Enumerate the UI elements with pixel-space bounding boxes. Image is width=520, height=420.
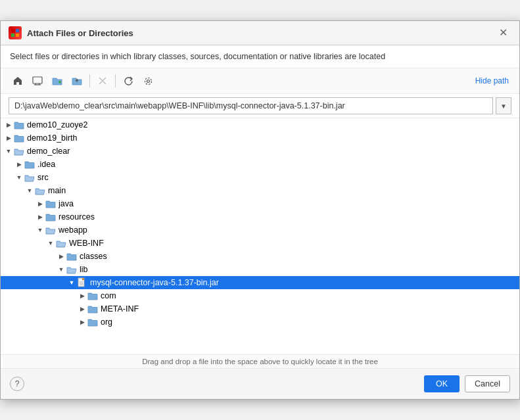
folder-icon	[45, 212, 56, 222]
tree-item-label: classes	[80, 252, 107, 261]
dialog-description: Select files or directories in which lib…	[1, 45, 519, 68]
desktop-button[interactable]	[28, 72, 47, 89]
tree-item-label: .idea	[37, 160, 55, 169]
tree-item-label: demo10_zuoye2	[27, 120, 87, 129]
folder-icon	[14, 147, 24, 156]
svg-point-12	[147, 80, 149, 82]
footer: ? OK Cancel	[1, 369, 519, 399]
expand-icon[interactable]: ▶	[56, 251, 66, 262]
delete-button[interactable]	[93, 72, 112, 89]
toolbar-divider-1	[89, 74, 90, 87]
expand-icon[interactable]: ▶	[3, 133, 14, 143]
tree-item-label: META-INF	[101, 304, 139, 314]
hide-path-button[interactable]: Hide path	[473, 75, 511, 87]
folder-icon	[24, 173, 35, 182]
close-button[interactable]: ✕	[495, 26, 511, 39]
path-input[interactable]	[9, 97, 493, 114]
expand-icon[interactable]: ▼	[45, 238, 56, 248]
tree-item-label: src	[37, 173, 49, 182]
file-tree[interactable]: ▶demo10_zuoye2▶demo19_birth▼demo_clear▶.…	[1, 118, 519, 355]
attach-files-dialog: Attach Files or Directories ✕ Select fil…	[0, 20, 520, 400]
expand-icon[interactable]: ▶	[14, 159, 24, 170]
expand-icon[interactable]: ▼	[56, 264, 66, 275]
settings-button[interactable]	[139, 72, 157, 89]
folder-icon	[87, 291, 98, 300]
new-folder-button[interactable]	[48, 72, 66, 89]
tree-item-label: org	[101, 317, 112, 327]
tree-item[interactable]: ▶classes	[1, 250, 519, 263]
path-dropdown-button[interactable]: ▼	[496, 97, 511, 114]
expand-icon[interactable]: ▼	[3, 146, 14, 156]
tree-item[interactable]: ▶com	[1, 289, 519, 302]
folder-icon	[66, 265, 77, 274]
cancel-button[interactable]: Cancel	[465, 375, 510, 392]
footer-buttons: OK Cancel	[424, 375, 510, 392]
tree-item-label: demo19_birth	[27, 133, 77, 143]
tree-item[interactable]: ▶META-INF	[1, 302, 519, 315]
expand-icon[interactable]: ▶	[35, 212, 45, 222]
folder-icon	[35, 186, 45, 195]
svg-rect-0	[11, 29, 15, 33]
tree-item-label: demo_clear	[27, 147, 70, 156]
dialog-icon	[9, 26, 22, 39]
tree-item-label: WEB-INF	[69, 239, 104, 248]
folder-icon	[14, 133, 24, 143]
tree-item-label: resources	[59, 212, 95, 222]
expand-icon[interactable]: ▼	[35, 225, 45, 235]
folder-icon	[87, 304, 98, 314]
svg-rect-4	[33, 77, 42, 83]
ok-button[interactable]: OK	[424, 375, 460, 392]
tree-item-label: mysql-connector-java-5.1.37-bin.jar	[90, 278, 219, 287]
expand-icon[interactable]: ▼	[24, 185, 35, 196]
title-bar-left: Attach Files or Directories	[9, 26, 133, 39]
help-button[interactable]: ?	[10, 377, 24, 391]
tree-item-label: main	[48, 186, 66, 195]
tree-item-label: java	[59, 199, 74, 208]
tree-item[interactable]: ▼main	[1, 184, 519, 197]
expand-icon[interactable]: ▶	[35, 198, 45, 209]
home-button[interactable]	[9, 72, 27, 89]
toolbar-divider-2	[115, 74, 116, 87]
refresh-button[interactable]	[119, 72, 137, 89]
jar-icon	[77, 277, 87, 288]
tree-item[interactable]: ▶demo19_birth	[1, 131, 519, 145]
drag-drop-hint: Drag and drop a file into the space abov…	[1, 355, 519, 369]
toolbar-left	[9, 72, 157, 89]
path-bar: ▼	[1, 94, 519, 118]
tree-item[interactable]: ▼WEB-INF	[1, 237, 519, 250]
tree-item[interactable]: ▼mysql-connector-java-5.1.37-bin.jar	[1, 276, 519, 289]
expand-icon[interactable]: ▶	[77, 317, 87, 327]
svg-rect-2	[11, 34, 14, 37]
folder-icon	[87, 317, 98, 327]
tree-item[interactable]: ▶.idea	[1, 158, 519, 171]
expand-icon[interactable]: ▶	[77, 304, 87, 314]
tree-item[interactable]: ▶demo10_zuoye2	[1, 118, 519, 131]
tree-item[interactable]: ▶resources	[1, 210, 519, 223]
folder-up-button[interactable]	[68, 72, 86, 89]
folder-icon	[56, 239, 66, 248]
svg-rect-1	[16, 29, 19, 32]
tree-item[interactable]: ▶org	[1, 315, 519, 329]
tree-item-label: webapp	[59, 225, 87, 235]
tree-item[interactable]: ▼lib	[1, 263, 519, 276]
tree-item-label: lib	[80, 265, 88, 274]
tree-item[interactable]: ▼demo_clear	[1, 145, 519, 158]
tree-item[interactable]: ▼webapp	[1, 223, 519, 237]
expand-icon[interactable]: ▶	[77, 291, 87, 301]
tree-item-label: com	[101, 291, 116, 300]
expand-icon[interactable]: ▶	[3, 120, 14, 130]
svg-rect-3	[16, 34, 19, 37]
toolbar: Hide path	[1, 68, 519, 94]
folder-icon	[45, 225, 56, 235]
folder-icon	[45, 199, 56, 208]
tree-item[interactable]: ▶java	[1, 197, 519, 210]
svg-point-13	[145, 78, 151, 84]
expand-icon[interactable]: ▼	[66, 277, 77, 288]
folder-icon	[66, 252, 77, 261]
title-bar: Attach Files or Directories ✕	[1, 21, 519, 45]
dialog-title: Attach Files or Directories	[27, 28, 133, 38]
tree-item[interactable]: ▼src	[1, 171, 519, 184]
folder-icon	[24, 160, 35, 169]
folder-icon	[14, 120, 24, 129]
expand-icon[interactable]: ▼	[14, 172, 24, 183]
